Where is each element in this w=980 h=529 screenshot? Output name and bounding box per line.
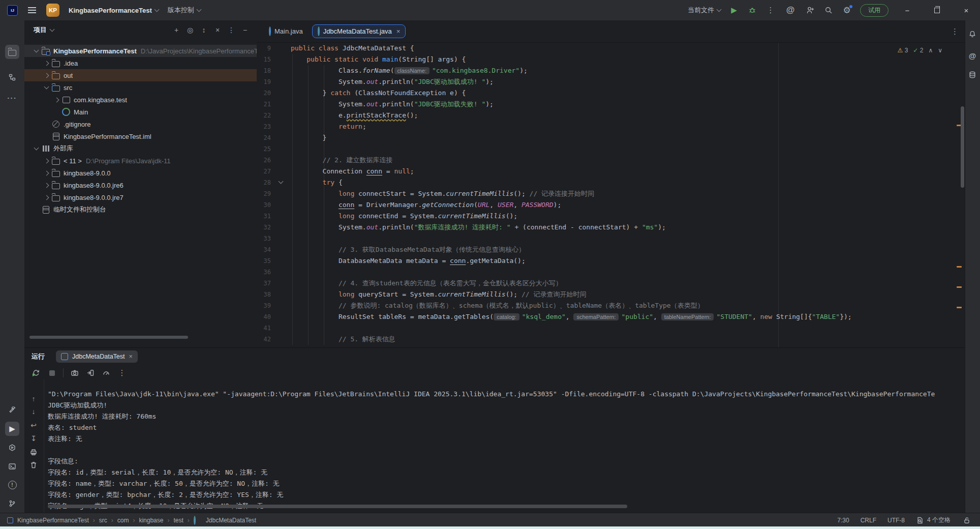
soft-wrap-icon[interactable]: ↩: [28, 420, 39, 430]
tree-item[interactable]: .gitignore: [24, 118, 257, 130]
chevron-down-icon[interactable]: [34, 48, 39, 53]
code-line[interactable]: 26// 2. 建立数据库连接: [257, 155, 965, 166]
prev-problem-icon[interactable]: ∧: [928, 47, 933, 54]
cursor-position[interactable]: 7:30: [837, 517, 849, 524]
chevron-right-icon[interactable]: [44, 73, 49, 78]
search-icon[interactable]: [823, 5, 834, 15]
tree-item[interactable]: src: [24, 81, 257, 94]
code-line[interactable]: 41: [257, 322, 965, 334]
code-line[interactable]: 35DatabaseMetaData metaData = conn.getMe…: [257, 255, 965, 267]
warning-stripe-mark[interactable]: [957, 307, 962, 308]
vcs-menu[interactable]: 版本控制: [168, 6, 201, 15]
profiler-icon[interactable]: [102, 368, 111, 377]
version-control-tool-icon[interactable]: [5, 496, 19, 511]
tree-item[interactable]: kingbase8-9.0.0.jre6: [24, 179, 257, 191]
clear-icon[interactable]: [28, 460, 39, 470]
project-tool-icon[interactable]: [5, 45, 19, 59]
run-button[interactable]: ▶: [729, 5, 739, 15]
collapse-icon[interactable]: ×: [213, 25, 222, 35]
tree-item[interactable]: Main: [24, 106, 257, 118]
code-line[interactable]: 31long connectEnd = System.currentTimeMi…: [257, 211, 965, 222]
code-line[interactable]: 34// 3. 获取DatabaseMetaData对象（传统元信息查询核心）: [257, 244, 965, 255]
code-editor[interactable]: 9public class JdbcMetaDataTest {15public…: [257, 43, 965, 347]
chevron-right-icon[interactable]: [44, 158, 49, 163]
add-user-icon[interactable]: [805, 5, 815, 15]
editor-tab[interactable]: Main.java: [264, 25, 308, 38]
close-icon[interactable]: ×: [129, 353, 133, 360]
code-line[interactable]: 37// 4. 查询student表的元信息（表名需大写，金仓默认表名区分大小写…: [257, 278, 965, 289]
code-line[interactable]: 30conn = DriverManager.getConnection(URL…: [257, 199, 965, 211]
tab-options-icon[interactable]: ⋮: [951, 27, 959, 36]
project-avatar[interactable]: KP: [46, 4, 59, 17]
tree-item[interactable]: .idea: [24, 57, 257, 69]
chevron-right-icon[interactable]: [44, 170, 49, 175]
scroll-end-icon[interactable]: ↧: [28, 433, 39, 444]
tree-item[interactable]: kingbase8-9.0.0.jre7: [24, 191, 257, 203]
breadcrumb-item[interactable]: kingbase: [139, 517, 163, 524]
run-tool-icon[interactable]: ▶: [5, 422, 19, 436]
database-tool-icon[interactable]: [966, 68, 979, 81]
console-horizontal-scrollbar[interactable]: [48, 505, 627, 508]
code-line[interactable]: 36: [257, 267, 965, 278]
code-line[interactable]: 15public static void main(String[] args)…: [257, 54, 965, 65]
more-icon[interactable]: ⋮: [117, 368, 127, 377]
tree-item[interactable]: 临时文件和控制台: [24, 203, 257, 216]
minimize-button[interactable]: −: [897, 0, 918, 20]
attach-icon[interactable]: [86, 368, 95, 377]
indent-setting[interactable]: 4 个空格: [916, 515, 951, 525]
project-switcher[interactable]: KingbasePerformanceTest: [69, 7, 159, 14]
code-line[interactable]: 23return;: [257, 121, 965, 132]
close-tab-icon[interactable]: ×: [396, 27, 401, 35]
hide-icon[interactable]: −: [240, 25, 250, 35]
run-tab[interactable]: JdbcMetaDataTest ×: [56, 350, 138, 363]
fold-icon[interactable]: [279, 179, 284, 184]
chevron-down-icon[interactable]: [34, 145, 39, 151]
code-line[interactable]: 25: [257, 143, 965, 155]
inspections-widget[interactable]: ⚠ 3 ✓ 2 ∧ ∨: [898, 47, 942, 54]
tree-item[interactable]: KingbasePerformanceTestD:\JavaProjects\K…: [24, 45, 257, 57]
more-tools-icon[interactable]: ···: [5, 91, 19, 105]
tree-item[interactable]: out: [24, 69, 257, 81]
tree-item[interactable]: 外部库: [24, 142, 257, 155]
editor-area[interactable]: Main.javaJdbcMetaDataTest.java× ⋮ 9publi…: [257, 20, 965, 347]
code-line[interactable]: 28try {: [257, 177, 965, 188]
tree-item[interactable]: com.kingbase.test: [24, 94, 257, 106]
stop-icon[interactable]: [47, 368, 56, 377]
print-icon[interactable]: [28, 447, 39, 457]
notifications-icon[interactable]: [966, 27, 979, 41]
console-output[interactable]: "D:\Program Files\Java\jdk-11\bin\java.e…: [48, 389, 965, 513]
expand-icon[interactable]: ↕: [199, 25, 208, 35]
debug-button[interactable]: [747, 5, 757, 15]
run-configuration-selector[interactable]: 当前文件: [688, 6, 721, 15]
code-line[interactable]: 22e.printStackTrace();: [257, 110, 965, 121]
problems-tool-icon[interactable]: !: [5, 478, 19, 492]
down-icon[interactable]: ↓: [28, 406, 39, 417]
ai-assistant-icon[interactable]: @: [784, 5, 797, 15]
code-line[interactable]: 29long connectStart = System.currentTime…: [257, 188, 965, 199]
main-menu-icon[interactable]: [27, 5, 37, 15]
code-line[interactable]: 24}: [257, 132, 965, 143]
thread-dump-icon[interactable]: [70, 368, 79, 377]
rerun-icon[interactable]: [32, 368, 41, 377]
up-icon[interactable]: ↑: [28, 394, 39, 404]
code-line[interactable]: 33: [257, 233, 965, 244]
chevron-right-icon[interactable]: [44, 195, 49, 200]
tree-item[interactable]: KingbasePerformanceTest.iml: [24, 130, 257, 142]
trial-button[interactable]: 试用: [860, 4, 889, 17]
code-line[interactable]: 21System.out.println("JDBC驱动加载失败! ");: [257, 99, 965, 110]
chevron-right-icon[interactable]: [54, 97, 59, 102]
chevron-right-icon[interactable]: [44, 61, 49, 66]
breadcrumb-item[interactable]: test: [173, 517, 183, 524]
run-panel-title[interactable]: 运行: [32, 352, 45, 361]
add-icon[interactable]: +: [172, 25, 181, 35]
line-separator[interactable]: CRLF: [861, 517, 876, 524]
editor-scrollbar[interactable]: [961, 106, 964, 188]
locate-icon[interactable]: ◎: [186, 25, 195, 35]
code-line[interactable]: 32System.out.println("数据库连接成功! 连接耗时: " +…: [257, 222, 965, 233]
options-icon[interactable]: ⋮: [227, 25, 236, 35]
structure-tool-icon[interactable]: [5, 70, 19, 84]
code-line[interactable]: 19System.out.println("JDBC驱动加载成功! ");: [257, 76, 965, 87]
breadcrumb-item[interactable]: src: [99, 517, 107, 524]
file-encoding[interactable]: UTF-8: [887, 517, 905, 524]
chevron-down-icon[interactable]: [44, 84, 49, 90]
